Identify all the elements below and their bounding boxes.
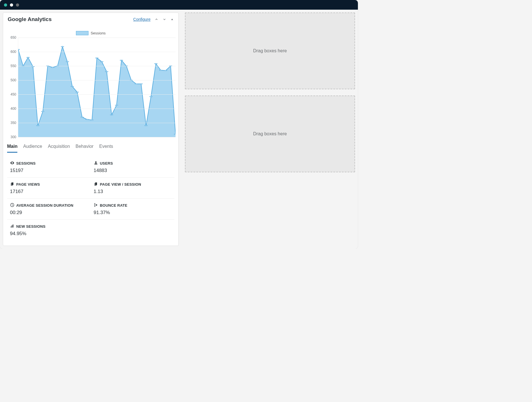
chart-point <box>100 61 103 62</box>
window-dot-3 <box>16 3 19 7</box>
chart-point <box>90 120 94 120</box>
stat-value: 14883 <box>94 168 172 173</box>
stat-value: 17167 <box>10 189 88 194</box>
chart-point <box>149 96 152 97</box>
stat-label: PAGE VIEWS <box>16 182 40 187</box>
panel-actions: Configure <box>133 17 174 22</box>
stat-new-sessions: NEW SESSIONS 94.95% <box>10 224 88 237</box>
stat-value: 00:29 <box>10 210 88 215</box>
chart-point <box>140 84 143 84</box>
copy-icon <box>94 182 98 187</box>
window: Google Analytics Configure <box>0 0 358 249</box>
stat-avg-session-duration: AVERAGE SESSION DURATION 00:29 <box>10 203 88 215</box>
chart-point <box>85 119 88 120</box>
legend-swatch <box>76 31 88 35</box>
chart-grid <box>18 38 176 137</box>
window-dot-1 <box>4 3 7 7</box>
gridline <box>18 38 176 38</box>
stat-value: 15197 <box>10 168 88 173</box>
dropzone-text: Drag boxes here <box>253 131 287 136</box>
chart-point <box>95 58 98 58</box>
y-tick-label: 550 <box>11 64 16 68</box>
stat-label: SESSIONS <box>16 161 36 165</box>
stat-value: 91.37% <box>94 210 172 215</box>
tab-main[interactable]: Main <box>7 142 17 153</box>
chart-point <box>145 125 148 126</box>
chart-y-axis: 300350400450500550600650 <box>6 38 18 137</box>
stat-label: USERS <box>100 161 113 165</box>
chart-point <box>174 134 176 134</box>
stat-bounce-rate: BOUNCE RATE 91.37% <box>94 203 172 215</box>
google-analytics-panel: Google Analytics Configure <box>3 13 179 246</box>
gridline <box>18 80 176 80</box>
clock-icon <box>10 203 15 208</box>
y-tick-label: 300 <box>11 135 16 139</box>
chart-point <box>135 84 138 84</box>
chart-point <box>66 61 69 62</box>
gridline <box>18 66 176 66</box>
tabs: MainAudienceAcquisitionBehaviorEvents <box>3 137 178 153</box>
stat-value: 1.13 <box>94 189 172 194</box>
chart-svg <box>18 38 176 137</box>
panel-title: Google Analytics <box>8 16 52 22</box>
sessions-area-chart: 300350400450500550600650 <box>6 38 176 137</box>
dropzone-column: Drag boxes here Drag boxes here <box>185 13 355 172</box>
chart-point <box>164 70 167 71</box>
gridline <box>18 94 176 95</box>
stat-label: AVERAGE SESSION DURATION <box>16 203 73 208</box>
stat-value: 94.95% <box>10 231 88 237</box>
chart-point <box>26 57 30 58</box>
stat-pageviews-per-session: PAGE VIEW / SESSION 1.13 <box>94 182 172 194</box>
chart-point <box>18 49 20 50</box>
dashboard-content: Google Analytics Configure <box>0 10 358 249</box>
stats-grid: SESSIONS 15197 USERS 14883 <box>3 153 178 246</box>
eye-icon <box>10 161 15 166</box>
chart-point <box>110 115 113 115</box>
stat-users: USERS 14883 <box>94 161 172 173</box>
triangle-up-icon[interactable] <box>170 18 174 21</box>
chart-container: Sessions 300350400450500550600650 <box>3 25 178 137</box>
exit-icon <box>94 203 98 208</box>
chart-point <box>115 105 118 105</box>
y-tick-label: 650 <box>11 36 16 40</box>
chart-point <box>71 86 74 87</box>
chart-point <box>120 60 123 61</box>
chart-point <box>36 125 40 126</box>
y-tick-label: 500 <box>11 78 16 82</box>
chart-point <box>41 111 44 112</box>
tab-audience[interactable]: Audience <box>23 142 42 153</box>
gridline <box>18 109 176 109</box>
chevron-down-icon[interactable] <box>162 17 166 21</box>
stat-label: BOUNCE RATE <box>100 203 127 208</box>
dropzone-1[interactable]: Drag boxes here <box>185 13 355 89</box>
y-tick-label: 350 <box>11 121 16 125</box>
chart-point <box>81 117 84 117</box>
panel-header: Google Analytics Configure <box>3 13 178 25</box>
chart-point <box>51 67 54 68</box>
stat-pageviews: PAGE VIEWS 17167 <box>10 182 88 194</box>
chart-point <box>105 71 108 72</box>
y-tick-label: 600 <box>11 50 16 54</box>
chart-legend: Sessions <box>6 31 176 35</box>
chart-point <box>61 46 64 47</box>
bar-chart-icon <box>10 224 15 229</box>
chart-point <box>76 92 79 92</box>
chevron-up-icon[interactable] <box>154 17 158 21</box>
chart-point <box>159 70 162 71</box>
tab-behavior[interactable]: Behavior <box>76 142 94 153</box>
titlebar <box>0 0 358 10</box>
tab-events[interactable]: Events <box>99 142 113 153</box>
gridline <box>18 137 176 137</box>
dropzone-text: Drag boxes here <box>253 48 287 53</box>
legend-label: Sessions <box>91 31 106 35</box>
stat-label: PAGE VIEW / SESSION <box>100 182 141 187</box>
y-tick-label: 400 <box>11 107 16 111</box>
copy-icon <box>10 182 15 187</box>
tab-acquisition[interactable]: Acquisition <box>48 142 70 153</box>
gridline <box>18 123 176 123</box>
stat-label: NEW SESSIONS <box>16 224 46 229</box>
window-dot-2 <box>10 3 13 7</box>
configure-link[interactable]: Configure <box>133 17 150 22</box>
dropzone-2[interactable]: Drag boxes here <box>185 96 355 172</box>
user-icon <box>94 161 98 166</box>
